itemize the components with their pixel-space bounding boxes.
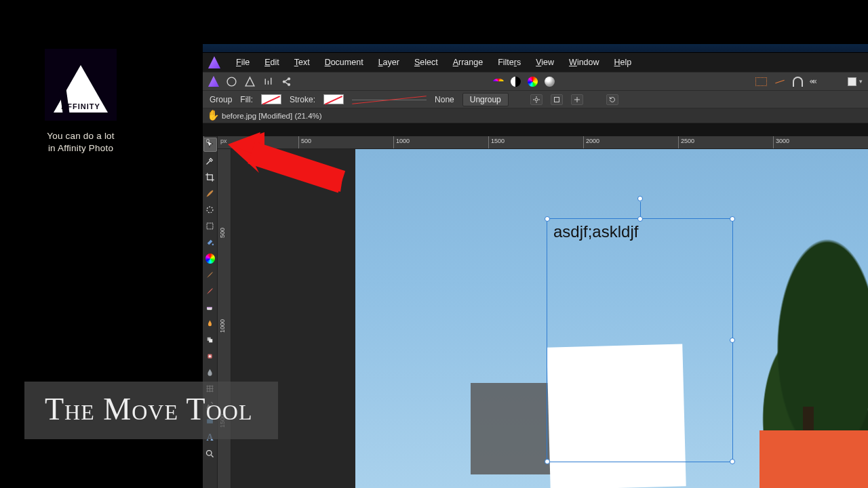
gradient-tool[interactable] <box>203 251 217 266</box>
menu-edit[interactable]: Edit <box>258 56 285 69</box>
brand-logo: IN AFFINITY <box>45 49 117 121</box>
brand-card: IN AFFINITY You can do a lot in Affinity… <box>45 49 117 155</box>
resize-handle-mr[interactable] <box>730 338 735 343</box>
menu-window[interactable]: Window <box>563 56 605 69</box>
persona-photo-icon[interactable] <box>208 76 219 87</box>
snapping-icon[interactable] <box>755 77 767 86</box>
menubar: File Edit Text Document Layer Select Arr… <box>203 53 868 72</box>
marquee-tool[interactable] <box>203 219 217 233</box>
cycle-selection-icon[interactable] <box>606 94 618 105</box>
selection-bounding-box[interactable] <box>547 218 733 462</box>
menu-view[interactable]: View <box>530 56 560 69</box>
paint-brush-tool[interactable] <box>203 186 217 201</box>
rainbow-icon[interactable] <box>493 79 504 85</box>
resize-handle-tm[interactable] <box>637 216 643 222</box>
healing-brush-tool[interactable] <box>203 349 217 363</box>
app-icon <box>208 56 220 68</box>
move-tool[interactable] <box>203 138 217 152</box>
mixer-brush-tool[interactable] <box>203 284 217 298</box>
contrast-icon[interactable] <box>511 77 521 87</box>
erase-tool[interactable] <box>203 300 217 314</box>
svg-rect-14 <box>209 339 212 342</box>
menu-document[interactable]: Document <box>319 56 370 69</box>
resize-handle-tr[interactable] <box>730 216 735 222</box>
video-title-strap: The Move Tool <box>24 382 278 439</box>
clone-tool[interactable] <box>203 333 217 347</box>
icon-toolbar: «« ▾ <box>203 72 868 91</box>
svg-point-0 <box>227 77 236 86</box>
titlebar[interactable] <box>203 44 868 53</box>
stroke-width-slider[interactable] <box>352 96 427 104</box>
transform-origin-icon[interactable] <box>571 94 583 105</box>
dodge-tool[interactable] <box>203 317 217 331</box>
menu-text[interactable]: Text <box>288 56 316 69</box>
stroke-preset[interactable]: None <box>435 95 454 104</box>
svg-marker-1 <box>245 77 254 86</box>
stroke-swatch[interactable] <box>323 94 344 104</box>
quick-mask-dropdown[interactable]: ▾ <box>848 77 863 86</box>
brand-caption: You can do a lot in Affinity Photo <box>45 130 117 155</box>
ungroup-button[interactable]: Ungroup <box>462 93 509 106</box>
persona-export-icon[interactable] <box>281 76 292 87</box>
resize-handle-bl[interactable] <box>545 459 550 464</box>
svg-point-17 <box>207 451 212 456</box>
sphere-icon[interactable] <box>545 77 555 87</box>
svg-point-5 <box>535 98 538 101</box>
group-label: Group <box>210 95 232 104</box>
flood-fill-tool[interactable] <box>203 235 217 249</box>
persona-tone-icon[interactable] <box>262 76 274 87</box>
persona-liquify-icon[interactable] <box>226 76 237 87</box>
svg-point-9 <box>212 243 214 245</box>
persona-develop-icon[interactable] <box>244 76 256 87</box>
context-toolbar: Group Fill: Stroke: None Ungroup <box>203 91 868 108</box>
rotate-handle[interactable] <box>637 196 643 201</box>
brand-in-text: IN <box>77 79 85 86</box>
fill-label: Fill: <box>240 95 253 104</box>
diag-guide-icon[interactable] <box>774 75 786 87</box>
menu-file[interactable]: File <box>230 56 256 69</box>
blur-tool[interactable] <box>203 365 217 380</box>
svg-rect-6 <box>554 97 559 102</box>
orange-rectangle[interactable] <box>760 430 868 488</box>
menu-help[interactable]: Help <box>608 56 638 69</box>
menu-select[interactable]: Select <box>408 56 444 69</box>
show-alignment-icon[interactable] <box>551 94 563 105</box>
menu-filters[interactable]: Filters <box>492 56 527 69</box>
svg-rect-8 <box>207 223 213 229</box>
pixel-brush-tool[interactable] <box>203 268 217 282</box>
svg-point-7 <box>207 207 213 213</box>
selection-brush-tool[interactable] <box>203 203 217 217</box>
brand-affinity-text: AFFINITY <box>61 102 100 110</box>
app-window: File Edit Text Document Layer Select Arr… <box>203 44 868 488</box>
document-tab[interactable]: before.jpg [Modified] (21.4%) <box>222 112 322 120</box>
video-title: The Move Tool <box>45 392 252 426</box>
resize-handle-tl[interactable] <box>545 216 550 222</box>
zoom-tool[interactable] <box>203 447 217 461</box>
alignment-icon[interactable]: «« <box>810 77 815 86</box>
menu-layer[interactable]: Layer <box>372 56 406 69</box>
menu-arrange[interactable]: Arrange <box>447 56 489 69</box>
stroke-label: Stroke: <box>290 95 315 104</box>
horizontal-ruler: px 0500100015002000250030003500 <box>218 136 868 149</box>
magnet-icon[interactable] <box>793 77 803 87</box>
svg-rect-12 <box>207 307 212 308</box>
work-area: A 50010001500 px 05001000150020002500300… <box>203 136 868 488</box>
color-wheel-icon[interactable] <box>528 77 538 87</box>
fill-swatch[interactable] <box>261 94 281 104</box>
align-target-icon[interactable] <box>530 94 542 105</box>
resize-handle-br[interactable] <box>730 459 735 464</box>
color-picker-tool[interactable] <box>203 154 217 168</box>
document-view[interactable]: asdjf;askldjf <box>355 149 868 488</box>
document-tabbar: before.jpg [Modified] (21.4%) <box>203 108 868 123</box>
crop-tool[interactable] <box>203 170 217 184</box>
canvas[interactable]: asdjf;askldjf <box>231 149 868 488</box>
